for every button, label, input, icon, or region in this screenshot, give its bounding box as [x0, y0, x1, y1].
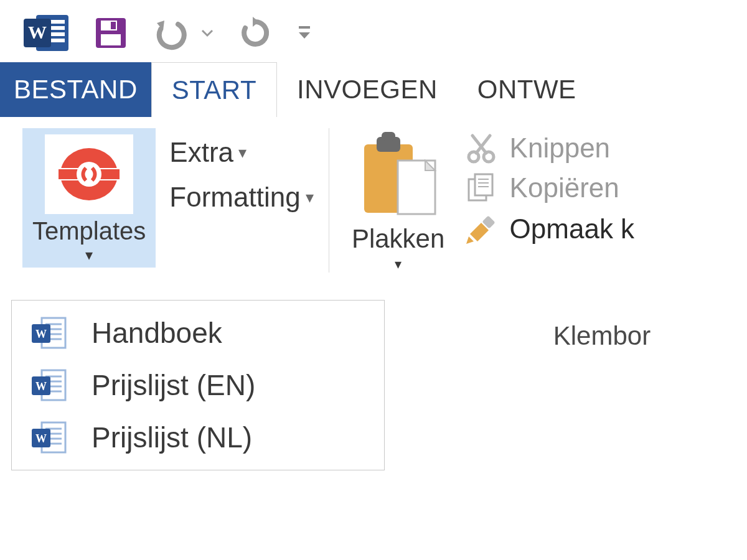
copy-label: Kopiëren — [510, 172, 619, 203]
templates-item-label: Handboek — [92, 316, 222, 350]
templates-item-prijslijst-nl[interactable]: W Prijslijst (NL) — [12, 411, 384, 464]
tab-start[interactable]: START — [151, 62, 277, 117]
format-painter-button[interactable]: Opmaak k — [464, 212, 635, 246]
ribbon-tabstrip: BESTAND START INVOEGEN ONTWE — [0, 62, 747, 117]
paste-icon — [352, 128, 445, 222]
tab-insert[interactable]: INVOEGEN — [277, 62, 458, 117]
svg-text:W: W — [35, 328, 47, 340]
clipboard-group-label: Klembor — [553, 321, 651, 351]
tab-design[interactable]: ONTWE — [458, 62, 576, 117]
formatting-menu-label: Formatting — [169, 182, 300, 213]
chevron-down-icon: ▾ — [395, 256, 402, 273]
format-painter-label: Opmaak k — [510, 213, 635, 245]
svg-rect-10 — [111, 22, 116, 29]
tab-file[interactable]: BESTAND — [0, 62, 151, 117]
word-doc-icon: W — [29, 368, 69, 403]
cut-button[interactable]: Knippen — [464, 132, 635, 164]
cut-label: Knippen — [510, 133, 610, 164]
scissors-icon — [464, 132, 499, 164]
chevron-down-icon: ▾ — [85, 246, 93, 264]
quick-access-toolbar: W — [0, 0, 747, 62]
repeat-button[interactable] — [237, 16, 274, 50]
chevron-down-icon: ▾ — [306, 188, 314, 207]
paste-button-label: Plakken — [352, 224, 444, 254]
templates-button[interactable]: Templates ▾ — [22, 128, 156, 268]
format-painter-icon — [464, 212, 499, 246]
svg-rect-23 — [475, 174, 492, 195]
svg-rect-18 — [382, 132, 395, 141]
ribbon-group-clipboard: Plakken ▾ Knippen — [329, 128, 646, 273]
word-app-icon: W — [24, 12, 71, 54]
ribbon-group-custom: Templates ▾ Extra ▾ Formatting ▾ — [11, 128, 325, 268]
ribbon: Templates ▾ Extra ▾ Formatting ▾ Plakke — [0, 117, 747, 273]
templates-item-handboek[interactable]: W Handboek — [12, 307, 384, 359]
paste-button[interactable]: Plakken ▾ — [347, 128, 450, 273]
extra-menu-label: Extra — [169, 137, 233, 168]
templates-dropdown: W Handboek W Prijslijst (EN) — [11, 300, 385, 470]
svg-rect-9 — [101, 34, 121, 45]
undo-dropdown-caret[interactable] — [200, 26, 214, 40]
extra-menu-button[interactable]: Extra ▾ — [169, 137, 313, 168]
svg-text:W: W — [35, 432, 47, 445]
svg-text:W: W — [35, 380, 47, 393]
templates-item-label: Prijslijst (EN) — [92, 368, 255, 402]
chevron-down-icon: ▾ — [238, 143, 247, 162]
svg-point-15 — [77, 162, 101, 187]
copy-button[interactable]: Kopiëren — [464, 172, 635, 204]
svg-rect-11 — [299, 26, 310, 29]
word-doc-icon: W — [29, 420, 69, 455]
templates-button-label: Templates — [32, 218, 146, 244]
svg-text:W: W — [28, 22, 47, 42]
templates-item-label: Prijslijst (NL) — [92, 421, 252, 454]
copy-icon — [464, 172, 499, 204]
word-doc-icon: W — [29, 315, 69, 350]
formatting-menu-button[interactable]: Formatting ▾ — [169, 182, 313, 213]
templates-logo-icon — [45, 134, 133, 214]
save-button[interactable] — [93, 16, 128, 50]
undo-button[interactable] — [151, 16, 190, 50]
templates-item-prijslijst-en[interactable]: W Prijslijst (EN) — [12, 359, 384, 411]
customize-qat-caret[interactable] — [296, 24, 312, 42]
